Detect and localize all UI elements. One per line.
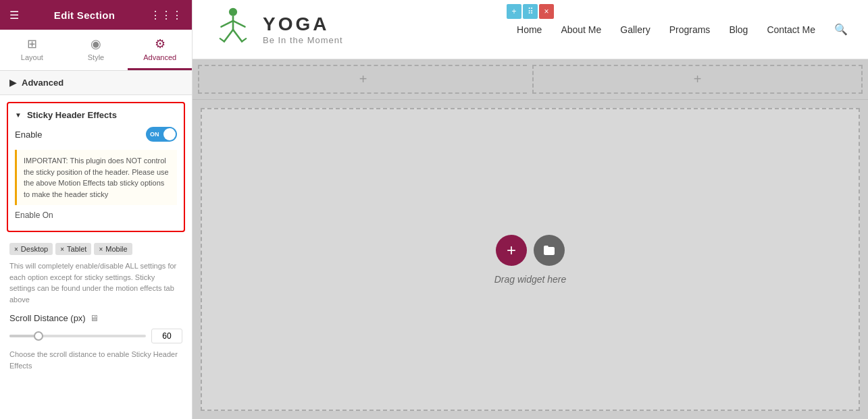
add-section-btn[interactable]: + — [507, 4, 521, 19]
tab-style[interactable]: ◉ Style — [64, 30, 128, 70]
plus-icon-left: + — [359, 72, 367, 87]
notice-box: IMPORTANT: This plugin does NOT control … — [15, 150, 177, 205]
tab-layout-label: Layout — [21, 53, 43, 61]
sticky-box-title: Sticky Header Effects — [27, 110, 117, 120]
drop-zone-left[interactable]: + — [198, 65, 527, 94]
widget-folder-button[interactable] — [534, 235, 565, 266]
tags-row: × Desktop × Tablet × Mobile — [9, 243, 182, 255]
panel-title: Edit Section — [54, 9, 115, 21]
enable-on-label: Enable On — [15, 211, 177, 220]
main-area: + ⠿ × YOGA — [193, 0, 868, 419]
tab-style-label: Style — [88, 53, 104, 61]
responsive-icon: 🖥 — [90, 313, 99, 323]
widget-buttons: + — [496, 235, 565, 266]
logo-text: YOGA Be In the Moment — [263, 13, 343, 45]
advanced-icon: ⚙ — [155, 36, 165, 51]
nav-about[interactable]: About Me — [561, 24, 601, 35]
widget-add-button[interactable]: + — [496, 235, 527, 266]
nav-links: Home About Me Gallery Programs Blog Cont… — [517, 23, 848, 36]
search-icon[interactable]: 🔍 — [834, 23, 848, 36]
svg-point-0 — [229, 7, 237, 16]
top-nav: + ⠿ × YOGA — [193, 0, 868, 59]
slider-thumb[interactable] — [34, 331, 43, 341]
toggle-on-label: ON — [150, 131, 159, 138]
notice-text: IMPORTANT: This plugin does NOT control … — [24, 155, 170, 200]
advanced-section-label: Advanced — [22, 78, 63, 88]
slider-row — [9, 329, 182, 343]
grid-icon[interactable]: ⋮⋮⋮ — [150, 9, 182, 22]
tab-advanced-label: Advanced — [143, 53, 176, 61]
tag-desktop[interactable]: × Desktop — [9, 243, 53, 255]
move-section-btn[interactable]: ⠿ — [523, 4, 538, 19]
advanced-section-header[interactable]: ▶ Advanced — [0, 71, 192, 95]
logo-subtitle: Be In the Moment — [263, 35, 343, 45]
enable-hint-text: This will completely enable/disable ALL … — [9, 260, 182, 305]
nav-home[interactable]: Home — [517, 24, 542, 35]
folder-icon — [542, 244, 556, 257]
scroll-distance-row: Scroll Distance (px) 🖥 — [9, 313, 182, 323]
panel-tabs: ⊞ Layout ◉ Style ⚙ Advanced — [0, 30, 192, 71]
tag-desktop-remove[interactable]: × — [14, 246, 18, 253]
nav-gallery[interactable]: Gallery — [620, 24, 650, 35]
enable-toggle[interactable]: ON — [146, 127, 177, 142]
tag-tablet-label: Tablet — [67, 245, 86, 253]
slider-value-input[interactable] — [151, 329, 182, 343]
hamburger-icon[interactable]: ☰ — [9, 9, 19, 22]
tag-mobile-remove[interactable]: × — [99, 246, 103, 253]
slider-track[interactable] — [9, 335, 146, 337]
toggle-knob — [163, 128, 176, 140]
tag-mobile[interactable]: × Mobile — [94, 243, 132, 255]
content-area: + + + Drag widget here — [193, 59, 868, 419]
scroll-hint: Choose the scroll distance to enable Sti… — [9, 349, 182, 371]
tab-advanced[interactable]: ⚙ Advanced — [128, 30, 192, 70]
arrow-right-icon: ▶ — [9, 78, 16, 88]
drop-zone-right[interactable]: + — [532, 65, 863, 94]
enable-row: Enable ON — [15, 127, 177, 142]
top-controls: + ⠿ × — [507, 4, 554, 19]
sticky-box-header[interactable]: ▼ Sticky Header Effects — [15, 110, 177, 120]
nav-programs[interactable]: Programs — [669, 24, 711, 35]
tab-layout[interactable]: ⊞ Layout — [0, 30, 64, 70]
enable-label: Enable — [15, 130, 42, 140]
top-drop-row: + + — [193, 59, 868, 100]
layout-icon: ⊞ — [27, 36, 37, 51]
logo-title: YOGA — [263, 13, 343, 35]
left-panel: ☰ Edit Section ⋮⋮⋮ ⊞ Layout ◉ Style ⚙ Ad… — [0, 0, 193, 419]
sticky-header-effects-box: ▼ Sticky Header Effects Enable ON IMPORT… — [7, 102, 185, 232]
scroll-distance-label: Scroll Distance (px) — [9, 313, 86, 323]
logo-area: YOGA Be In the Moment — [213, 6, 343, 53]
panel-header: ☰ Edit Section ⋮⋮⋮ — [0, 0, 192, 30]
style-icon: ◉ — [91, 36, 101, 51]
tag-tablet[interactable]: × Tablet — [55, 243, 91, 255]
below-sticky-box: × Desktop × Tablet × Mobile This will co… — [0, 239, 192, 375]
close-section-btn[interactable]: × — [539, 4, 554, 19]
tag-desktop-label: Desktop — [21, 245, 48, 253]
yoga-logo-image — [213, 6, 253, 53]
tag-tablet-remove[interactable]: × — [60, 246, 64, 253]
widget-hint-text: Drag widget here — [494, 274, 567, 285]
slider-fill — [9, 335, 36, 337]
nav-contact[interactable]: Contact Me — [767, 24, 815, 35]
nav-blog[interactable]: Blog — [729, 24, 748, 35]
arrow-down-icon: ▼ — [15, 111, 22, 119]
tag-mobile-label: Mobile — [105, 245, 127, 253]
widget-area: + Drag widget here — [201, 108, 860, 411]
plus-icon-right: + — [694, 72, 702, 87]
